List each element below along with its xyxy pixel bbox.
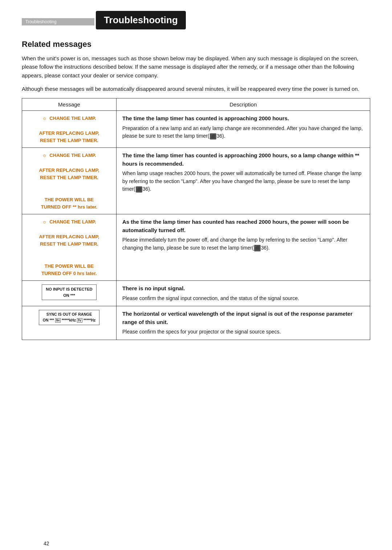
message-cell-2: ☼ CHANGE THE LAMP. AFTER REPLACING LAMP,… — [22, 148, 117, 214]
desc-normal: Please confirm the specs for your projec… — [122, 329, 281, 335]
table-row: ☼ CHANGE THE LAMP. AFTER REPLACING LAMP,… — [22, 111, 370, 148]
message-box: NO INPUT IS DETECTEDON *** — [42, 284, 96, 300]
page-title: Troubleshooting — [96, 11, 186, 29]
desc-normal: When lamp usage reaches 2000 hours, the … — [122, 170, 362, 192]
description-cell-2: The time the lamp timer has counted is a… — [117, 148, 370, 214]
desc-bold: The time the lamp timer has counted is a… — [122, 151, 364, 168]
description-cell-3: As the time the lamp timer has counted h… — [117, 214, 370, 281]
messages-table: Message Description ☼ CHANGE THE LAMP. A… — [22, 98, 370, 340]
desc-normal: Preparation of a new lamp and an early l… — [122, 125, 363, 139]
sun-icon: ☼ — [42, 219, 47, 225]
col-header-message: Message — [22, 98, 117, 111]
table-row: SYNC IS OUT OF RANGE ON *** fH *****kHz … — [22, 306, 370, 340]
page-wrapper: Troubleshooting Troubleshooting Related … — [22, 11, 370, 550]
desc-bold: The horizontal or vertical wavelength of… — [122, 310, 364, 326]
description-cell-4: There is no input signal. Please confirm… — [117, 281, 370, 306]
intro-paragraph-2: Although these messages will be automati… — [22, 85, 370, 93]
description-cell-5: The horizontal or vertical wavelength of… — [117, 306, 370, 340]
col-header-description: Description — [117, 98, 370, 111]
msg-line: ☼ CHANGE THE LAMP. — [28, 218, 110, 226]
table-row: ☼ CHANGE THE LAMP. AFTER REPLACING LAMP,… — [22, 214, 370, 281]
breadcrumb: Troubleshooting — [22, 18, 94, 25]
intro-paragraph-1: When the unit's power is on, messages su… — [22, 54, 370, 80]
desc-bold: The time the lamp timer has counted is a… — [122, 114, 364, 123]
page-number: 42 — [44, 541, 49, 546]
ref-icon: ⬛ — [210, 133, 216, 140]
message-cell-1: ☼ CHANGE THE LAMP. AFTER REPLACING LAMP,… — [22, 111, 117, 148]
message-cell-3: ☼ CHANGE THE LAMP. AFTER REPLACING LAMP,… — [22, 214, 117, 281]
msg-line: THE POWER WILL BETURNED OFF 0 hrs later. — [28, 263, 110, 277]
ref-icon: ⬛ — [254, 245, 261, 251]
sun-icon: ☼ — [42, 115, 47, 121]
table-row: ☼ CHANGE THE LAMP. AFTER REPLACING LAMP,… — [22, 148, 370, 214]
section-title: Related messages — [22, 40, 370, 49]
message-cell-5: SYNC IS OUT OF RANGE ON *** fH *****kHz … — [22, 306, 117, 340]
table-row: NO INPUT IS DETECTEDON *** There is no i… — [22, 281, 370, 306]
desc-bold: There is no input signal. — [122, 284, 364, 293]
description-cell-1: The time the lamp timer has counted is a… — [117, 111, 370, 148]
message-box: SYNC IS OUT OF RANGE ON *** fH *****kHz … — [39, 310, 99, 325]
msg-line: AFTER REPLACING LAMP,RESET THE LAMP TIME… — [28, 130, 110, 144]
message-cell-4: NO INPUT IS DETECTEDON *** — [22, 281, 117, 306]
msg-line: AFTER REPLACING LAMP,RESET THE LAMP TIME… — [28, 167, 110, 181]
ref-icon: ⬛ — [136, 186, 142, 193]
msg-line: AFTER REPLACING LAMP,RESET THE LAMP TIME… — [28, 233, 110, 247]
msg-line: ☼ CHANGE THE LAMP. — [28, 151, 110, 159]
msg-line: ☼ CHANGE THE LAMP. — [28, 114, 110, 122]
sun-icon: ☼ — [42, 152, 47, 158]
msg-line: THE POWER WILL BETURNED OFF ** hrs later… — [28, 196, 110, 210]
desc-bold: As the time the lamp timer has counted h… — [122, 218, 364, 234]
desc-normal: Please confirm the signal input connecti… — [122, 295, 299, 301]
desc-normal: Please immediately turn the power off, a… — [122, 237, 347, 251]
